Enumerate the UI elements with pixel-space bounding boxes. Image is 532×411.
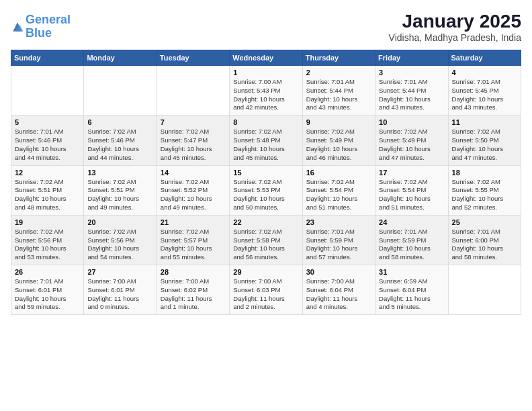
calendar-cell xyxy=(11,66,84,116)
day-info: Sunrise: 7:02 AMSunset: 5:56 PMDaylight:… xyxy=(87,228,152,262)
day-info: Sunrise: 7:00 AMSunset: 5:43 PMDaylight:… xyxy=(233,78,298,112)
day-number: 2 xyxy=(306,68,371,77)
day-number: 15 xyxy=(233,169,298,177)
day-number: 12 xyxy=(15,169,80,177)
calendar-week-2: 5Sunrise: 7:01 AMSunset: 5:46 PMDaylight… xyxy=(11,116,521,165)
calendar-cell: 1Sunrise: 7:00 AMSunset: 5:43 PMDaylight… xyxy=(230,66,302,116)
day-info: Sunrise: 7:02 AMSunset: 5:52 PMDaylight:… xyxy=(161,178,226,212)
weekday-header-sunday: Sunday xyxy=(11,50,84,66)
calendar-cell: 17Sunrise: 7:02 AMSunset: 5:54 PMDayligh… xyxy=(375,165,448,215)
calendar-cell: 5Sunrise: 7:01 AMSunset: 5:46 PMDaylight… xyxy=(11,116,84,165)
calendar-cell: 30Sunrise: 7:00 AMSunset: 6:04 PMDayligh… xyxy=(302,265,375,315)
weekday-header-saturday: Saturday xyxy=(448,50,521,66)
day-number: 26 xyxy=(15,268,80,276)
weekday-header-tuesday: Tuesday xyxy=(157,50,229,66)
calendar-cell: 25Sunrise: 7:01 AMSunset: 6:00 PMDayligh… xyxy=(448,215,521,265)
day-info: Sunrise: 7:00 AMSunset: 6:03 PMDaylight:… xyxy=(233,277,298,312)
day-number: 8 xyxy=(233,118,298,126)
day-info: Sunrise: 7:01 AMSunset: 5:59 PMDaylight:… xyxy=(306,228,371,262)
calendar-cell xyxy=(448,265,521,315)
day-number: 28 xyxy=(161,268,226,276)
day-info: Sunrise: 7:01 AMSunset: 5:59 PMDaylight:… xyxy=(379,228,444,262)
day-number: 11 xyxy=(452,118,517,126)
calendar-cell: 7Sunrise: 7:02 AMSunset: 5:47 PMDaylight… xyxy=(157,116,229,165)
calendar-cell: 12Sunrise: 7:02 AMSunset: 5:51 PMDayligh… xyxy=(11,165,84,215)
header: General Blue January 2025 Vidisha, Madhy… xyxy=(11,11,521,43)
day-number: 25 xyxy=(452,218,517,226)
weekday-header-thursday: Thursday xyxy=(302,50,375,66)
day-info: Sunrise: 7:01 AMSunset: 6:00 PMDaylight:… xyxy=(452,228,517,262)
calendar-cell xyxy=(84,66,157,116)
logo-line2: Blue xyxy=(26,26,52,40)
day-number: 4 xyxy=(452,68,517,77)
calendar-week-1: 1Sunrise: 7:00 AMSunset: 5:43 PMDaylight… xyxy=(11,66,521,116)
weekday-header-row: SundayMondayTuesdayWednesdayThursdayFrid… xyxy=(11,50,521,66)
day-info: Sunrise: 7:01 AMSunset: 5:46 PMDaylight:… xyxy=(15,128,80,162)
day-number: 21 xyxy=(161,218,226,226)
day-info: Sunrise: 7:00 AMSunset: 6:01 PMDaylight:… xyxy=(87,277,152,312)
day-info: Sunrise: 7:02 AMSunset: 5:54 PMDaylight:… xyxy=(379,178,444,212)
day-info: Sunrise: 6:59 AMSunset: 6:04 PMDaylight:… xyxy=(379,277,444,312)
day-number: 22 xyxy=(233,218,298,226)
logo: General Blue xyxy=(11,13,71,40)
logo-text: General Blue xyxy=(26,13,71,40)
day-number: 10 xyxy=(379,118,444,126)
calendar-cell: 28Sunrise: 7:00 AMSunset: 6:02 PMDayligh… xyxy=(157,265,229,315)
day-number: 1 xyxy=(233,68,298,77)
calendar-cell: 3Sunrise: 7:01 AMSunset: 5:44 PMDaylight… xyxy=(375,66,448,116)
calendar-cell: 6Sunrise: 7:02 AMSunset: 5:46 PMDaylight… xyxy=(84,116,157,165)
day-number: 29 xyxy=(233,268,298,276)
day-info: Sunrise: 7:00 AMSunset: 6:04 PMDaylight:… xyxy=(306,277,371,312)
day-info: Sunrise: 7:02 AMSunset: 5:49 PMDaylight:… xyxy=(379,128,444,162)
calendar-week-5: 26Sunrise: 7:01 AMSunset: 6:01 PMDayligh… xyxy=(11,265,521,315)
day-number: 30 xyxy=(306,268,371,276)
day-number: 3 xyxy=(379,68,444,77)
day-info: Sunrise: 7:01 AMSunset: 5:44 PMDaylight:… xyxy=(379,78,444,112)
day-info: Sunrise: 7:02 AMSunset: 5:55 PMDaylight:… xyxy=(452,178,517,212)
weekday-header-friday: Friday xyxy=(375,50,448,66)
calendar-cell: 9Sunrise: 7:02 AMSunset: 5:49 PMDaylight… xyxy=(302,116,375,165)
calendar-cell: 19Sunrise: 7:02 AMSunset: 5:56 PMDayligh… xyxy=(11,215,84,265)
calendar-cell: 11Sunrise: 7:02 AMSunset: 5:50 PMDayligh… xyxy=(448,116,521,165)
day-number: 31 xyxy=(379,268,444,276)
day-number: 24 xyxy=(379,218,444,226)
day-number: 18 xyxy=(452,169,517,177)
day-info: Sunrise: 7:02 AMSunset: 5:57 PMDaylight:… xyxy=(161,228,226,262)
calendar-cell xyxy=(157,66,229,116)
calendar-cell: 2Sunrise: 7:01 AMSunset: 5:44 PMDaylight… xyxy=(302,66,375,116)
day-number: 5 xyxy=(15,118,80,126)
calendar-week-3: 12Sunrise: 7:02 AMSunset: 5:51 PMDayligh… xyxy=(11,165,521,215)
day-info: Sunrise: 7:02 AMSunset: 5:50 PMDaylight:… xyxy=(452,128,517,162)
calendar-cell: 22Sunrise: 7:02 AMSunset: 5:58 PMDayligh… xyxy=(230,215,302,265)
subtitle: Vidisha, Madhya Pradesh, India xyxy=(389,32,521,43)
day-info: Sunrise: 7:02 AMSunset: 5:56 PMDaylight:… xyxy=(15,228,80,262)
weekday-header-wednesday: Wednesday xyxy=(230,50,302,66)
calendar-cell: 23Sunrise: 7:01 AMSunset: 5:59 PMDayligh… xyxy=(302,215,375,265)
calendar-cell: 24Sunrise: 7:01 AMSunset: 5:59 PMDayligh… xyxy=(375,215,448,265)
day-info: Sunrise: 7:01 AMSunset: 5:45 PMDaylight:… xyxy=(452,78,517,112)
month-title: January 2025 xyxy=(389,11,521,32)
day-info: Sunrise: 7:01 AMSunset: 5:44 PMDaylight:… xyxy=(306,78,371,112)
day-info: Sunrise: 7:02 AMSunset: 5:58 PMDaylight:… xyxy=(233,228,298,262)
day-info: Sunrise: 7:00 AMSunset: 6:02 PMDaylight:… xyxy=(161,277,226,312)
page: General Blue January 2025 Vidisha, Madhy… xyxy=(0,0,532,411)
day-number: 7 xyxy=(161,118,226,126)
weekday-header-monday: Monday xyxy=(84,50,157,66)
day-number: 19 xyxy=(15,218,80,226)
calendar-cell: 15Sunrise: 7:02 AMSunset: 5:53 PMDayligh… xyxy=(230,165,302,215)
calendar-cell: 31Sunrise: 6:59 AMSunset: 6:04 PMDayligh… xyxy=(375,265,448,315)
day-info: Sunrise: 7:02 AMSunset: 5:51 PMDaylight:… xyxy=(87,178,152,212)
calendar-cell: 18Sunrise: 7:02 AMSunset: 5:55 PMDayligh… xyxy=(448,165,521,215)
calendar-cell: 14Sunrise: 7:02 AMSunset: 5:52 PMDayligh… xyxy=(157,165,229,215)
calendar-cell: 8Sunrise: 7:02 AMSunset: 5:48 PMDaylight… xyxy=(230,116,302,165)
calendar-cell: 26Sunrise: 7:01 AMSunset: 6:01 PMDayligh… xyxy=(11,265,84,315)
logo-line1: General xyxy=(26,13,71,26)
day-number: 20 xyxy=(87,218,152,226)
day-info: Sunrise: 7:02 AMSunset: 5:53 PMDaylight:… xyxy=(233,178,298,212)
day-number: 23 xyxy=(306,218,371,226)
calendar-cell: 29Sunrise: 7:00 AMSunset: 6:03 PMDayligh… xyxy=(230,265,302,315)
day-info: Sunrise: 7:02 AMSunset: 5:47 PMDaylight:… xyxy=(161,128,226,162)
day-info: Sunrise: 7:01 AMSunset: 6:01 PMDaylight:… xyxy=(15,277,80,312)
calendar-cell: 20Sunrise: 7:02 AMSunset: 5:56 PMDayligh… xyxy=(84,215,157,265)
day-number: 27 xyxy=(87,268,152,276)
